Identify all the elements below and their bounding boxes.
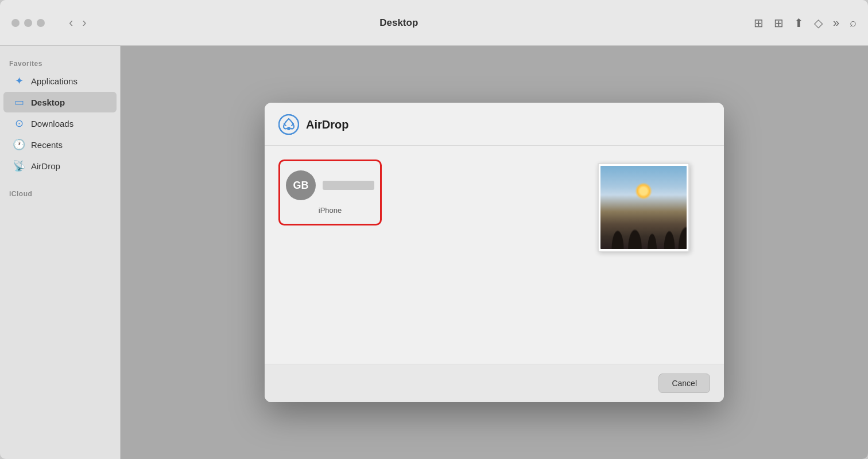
device-initials: GB [293, 180, 309, 192]
main-content: Favorites ✦ Applications ▭ Desktop ⊙ Dow… [0, 46, 868, 459]
cancel-button[interactable]: Cancel [658, 374, 710, 393]
photo-inner [600, 166, 687, 249]
dialog-header: AirDrop [265, 103, 724, 146]
search-icon[interactable]: ⌕ [850, 16, 857, 29]
toolbar-right: ⊞ ⊞ ⬆ ◇ » ⌕ [754, 16, 857, 30]
downloads-icon: ⊙ [13, 117, 25, 130]
file-area: AirDrop GB iPhone [121, 46, 868, 459]
recents-label: Recents [31, 140, 63, 150]
back-button[interactable]: ‹ [65, 13, 76, 33]
tag-icon[interactable]: ◇ [814, 16, 823, 30]
modal-overlay: AirDrop GB iPhone [121, 46, 868, 459]
airdrop-dialog-icon [278, 114, 299, 135]
view-grid-icon[interactable]: ⊞ [754, 16, 764, 30]
device-avatar: GB [286, 170, 316, 200]
airdrop-dialog: AirDrop GB iPhone [265, 103, 724, 402]
photo-preview [598, 163, 689, 252]
svg-point-0 [279, 115, 299, 134]
device-label: iPhone [319, 206, 342, 215]
forward-button[interactable]: › [79, 13, 90, 33]
more-icon[interactable]: » [833, 16, 839, 29]
dialog-title: AirDrop [306, 118, 348, 131]
sidebar-item-downloads[interactable]: ⊙ Downloads [3, 113, 117, 134]
applications-icon: ✦ [13, 75, 25, 87]
arrange-icon[interactable]: ⊞ [774, 16, 784, 30]
desktop-label: Desktop [31, 98, 65, 107]
sidebar-item-recents[interactable]: 🕐 Recents [3, 134, 117, 155]
minimize-button[interactable] [24, 19, 32, 27]
share-icon[interactable]: ⬆ [794, 16, 804, 30]
sidebar-item-applications[interactable]: ✦ Applications [3, 71, 117, 91]
recents-icon: 🕐 [13, 138, 25, 151]
device-item-iphone[interactable]: GB iPhone [278, 160, 382, 225]
sidebar-item-airdrop[interactable]: 📡 AirDrop [3, 155, 117, 176]
svg-point-1 [287, 127, 290, 130]
desktop-icon: ▭ [13, 96, 25, 108]
sidebar: Favorites ✦ Applications ▭ Desktop ⊙ Dow… [0, 46, 121, 459]
dialog-body: GB iPhone [265, 146, 724, 364]
icloud-label: iCloud [0, 185, 120, 200]
maximize-button[interactable] [37, 19, 45, 27]
nav-arrows: ‹ › [65, 13, 90, 33]
window-controls [11, 19, 45, 27]
title-bar: ‹ › Desktop ⊞ ⊞ ⬆ ◇ » ⌕ [0, 0, 868, 46]
downloads-label: Downloads [31, 119, 73, 129]
airdrop-sidebar-icon: 📡 [13, 160, 25, 172]
device-name-blurred [323, 181, 374, 190]
favorites-label: Favorites [0, 55, 120, 70]
airdrop-label: AirDrop [31, 161, 60, 171]
dialog-footer: Cancel [265, 364, 724, 402]
finder-window: ‹ › Desktop ⊞ ⊞ ⬆ ◇ » ⌕ Favorites ✦ Appl… [0, 0, 868, 459]
applications-label: Applications [31, 76, 78, 86]
sidebar-item-desktop[interactable]: ▭ Desktop [3, 92, 117, 112]
device-row: GB [286, 170, 374, 200]
close-button[interactable] [11, 19, 20, 27]
window-title: Desktop [99, 17, 699, 29]
